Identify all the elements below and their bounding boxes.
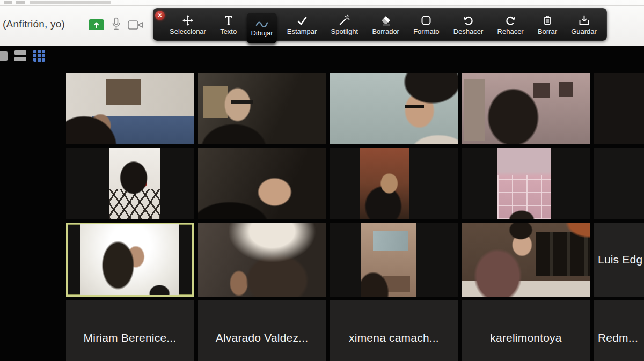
- participant-tile-r4c4[interactable]: karelimontoya: [462, 300, 590, 361]
- participant-tile-r1c4[interactable]: [462, 73, 590, 144]
- single-view-icon[interactable]: [0, 51, 8, 61]
- tool-label: Seleccionar: [170, 27, 206, 35]
- wand-icon: [339, 14, 350, 26]
- tool-label: Borrar: [538, 27, 557, 35]
- screen-share-badge: [89, 19, 104, 30]
- participant-tile-r1c2[interactable]: [198, 73, 326, 144]
- tool-stamp[interactable]: Estampar: [283, 11, 321, 38]
- participant-tile-r4c1[interactable]: Miriam Berenice...: [66, 300, 194, 361]
- tool-clear[interactable]: Borrar: [534, 11, 561, 38]
- partial-participant-row: [0, 0, 644, 6]
- participant-video: [360, 148, 409, 219]
- close-icon[interactable]: ✕: [155, 11, 165, 20]
- trash-icon: [542, 14, 553, 26]
- participant-name: ximena camach...: [349, 331, 439, 344]
- tool-label: Guardar: [571, 27, 597, 35]
- mic-icon[interactable]: [112, 17, 121, 31]
- tool-label: Deshacer: [453, 27, 484, 35]
- participant-tile-r3c1[interactable]: [66, 223, 194, 297]
- check-icon: [297, 14, 308, 26]
- participant-video: [361, 223, 416, 297]
- tool-format[interactable]: Formato: [409, 11, 443, 38]
- speaker-view-icon[interactable]: [14, 50, 26, 61]
- redo-icon: [505, 14, 516, 26]
- tool-draw[interactable]: Dibujar: [247, 13, 276, 43]
- participant-tile-r2c4[interactable]: [462, 148, 590, 219]
- participant-name: Luis Edg: [598, 253, 642, 266]
- tool-label: Estampar: [287, 27, 317, 35]
- gallery-view-icon[interactable]: [33, 50, 45, 62]
- participant-video: [109, 148, 160, 219]
- eraser-icon: [380, 14, 392, 26]
- participant-video: [497, 148, 551, 219]
- participant-name: karelimontoya: [490, 331, 561, 344]
- annotation-tools: SeleccionarTextoDibujarEstamparSpotlight…: [166, 8, 601, 41]
- tool-save[interactable]: Guardar: [567, 11, 601, 38]
- participant-tile-r1c3[interactable]: [330, 73, 458, 144]
- participant-row-host[interactable]: (Anfitrión, yo): [3, 16, 153, 34]
- participant-name: Redm...: [598, 331, 638, 344]
- participant-tile-r3c2[interactable]: [198, 223, 326, 297]
- wave-icon: [255, 16, 268, 27]
- participant-tile-r3c5[interactable]: Luis Edg: [594, 223, 644, 297]
- participant-name: Alvarado Valdez...: [216, 331, 308, 344]
- participant-tile-r2c2[interactable]: [198, 148, 326, 219]
- tool-redo[interactable]: Rehacer: [494, 11, 528, 38]
- tool-label: Spotlight: [331, 27, 358, 35]
- participant-tile-r4c2[interactable]: Alvarado Valdez...: [198, 300, 326, 361]
- participant-tile-r2c1[interactable]: [66, 148, 194, 219]
- participant-tile-r2c3[interactable]: [330, 148, 458, 219]
- participant-tile-r1c1[interactable]: [66, 73, 194, 144]
- participant-name: Miriam Berenice...: [84, 331, 177, 344]
- annotation-toolbar: ✕ SeleccionarTextoDibujarEstamparSpotlig…: [153, 8, 607, 41]
- zoom-meeting-window: (Anfitrión, yo) ✕ SeleccionarTextoDibuja…: [0, 0, 644, 361]
- tool-label: Rehacer: [497, 27, 524, 35]
- tool-label: Borrador: [372, 27, 399, 35]
- participant-video: [80, 224, 179, 295]
- participant-tile-r3c4[interactable]: [462, 223, 590, 297]
- format-icon: [421, 14, 431, 26]
- camera-icon[interactable]: [128, 20, 143, 30]
- move-icon: [182, 14, 193, 26]
- participant-tile-r4c5[interactable]: Redm...: [594, 300, 644, 361]
- participant-tile-r4c3[interactable]: ximena camach...: [330, 300, 458, 361]
- view-controls: [0, 49, 45, 62]
- tool-spotlight[interactable]: Spotlight: [327, 11, 362, 38]
- tool-eraser[interactable]: Borrador: [368, 11, 403, 38]
- tool-label: Formato: [413, 27, 439, 35]
- gallery-grid: Luis EdgMiriam Berenice...Alvarado Valde…: [66, 73, 644, 361]
- participant-row-label: (Anfitrión, yo): [3, 18, 65, 30]
- undo-icon: [463, 14, 474, 26]
- participant-tile-r3c3[interactable]: [330, 223, 458, 297]
- tool-text[interactable]: Texto: [216, 11, 240, 38]
- participant-tile-r2c5[interactable]: [594, 148, 644, 219]
- save-icon: [579, 14, 590, 26]
- tool-undo[interactable]: Deshacer: [450, 11, 487, 38]
- text-icon: [224, 14, 233, 26]
- tool-label: Dibujar: [251, 29, 273, 37]
- tool-select[interactable]: Seleccionar: [166, 11, 210, 38]
- participant-tile-r1c5[interactable]: [594, 73, 644, 144]
- tool-label: Texto: [220, 27, 237, 35]
